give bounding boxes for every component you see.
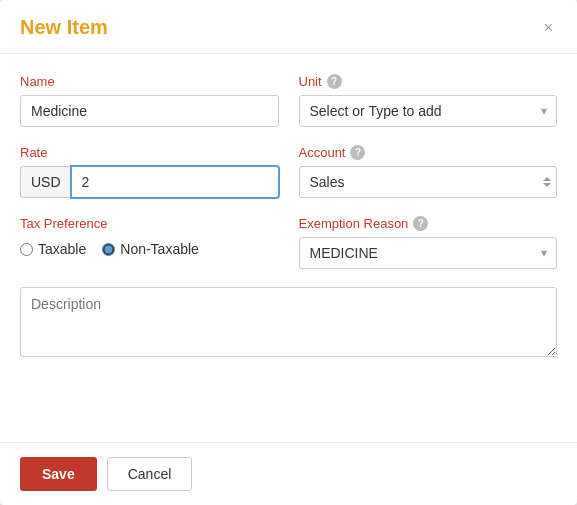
- name-label: Name: [20, 74, 279, 89]
- exemption-label: Exemption Reason: [299, 216, 409, 231]
- exemption-select-wrapper: MEDICINE ▾: [299, 237, 558, 269]
- rate-input[interactable]: [71, 166, 279, 198]
- modal-title-highlight: Item: [67, 16, 108, 38]
- group-exemption: Exemption Reason ? MEDICINE ▾: [299, 216, 558, 269]
- unit-select[interactable]: Select or Type to add: [299, 95, 558, 127]
- unit-label-group: Unit ?: [299, 74, 558, 89]
- row-tax-exemption: Tax Preference Taxable Non-Taxable Exemp…: [20, 216, 557, 269]
- group-tax: Tax Preference Taxable Non-Taxable: [20, 216, 279, 269]
- account-label: Account: [299, 145, 346, 160]
- nontaxable-radio-label[interactable]: Non-Taxable: [102, 241, 199, 257]
- row-description: [20, 287, 557, 357]
- exemption-select[interactable]: MEDICINE: [299, 237, 558, 269]
- group-description: [20, 287, 557, 357]
- taxable-label: Taxable: [38, 241, 86, 257]
- row-name-unit: Name Unit ? Select or Type to add ▾: [20, 74, 557, 127]
- rate-group: USD: [20, 166, 279, 198]
- modal-footer: Save Cancel: [0, 442, 577, 505]
- account-select-wrapper: Sales: [299, 166, 558, 198]
- exemption-label-group: Exemption Reason ?: [299, 216, 558, 231]
- save-button[interactable]: Save: [20, 457, 97, 491]
- modal-body: Name Unit ? Select or Type to add ▾ Rat: [0, 54, 577, 442]
- name-input[interactable]: [20, 95, 279, 127]
- rate-label: Rate: [20, 145, 279, 160]
- close-button[interactable]: ×: [540, 18, 557, 38]
- nontaxable-radio[interactable]: [102, 243, 115, 256]
- modal-title: New Item: [20, 16, 108, 39]
- exemption-help-icon[interactable]: ?: [413, 216, 428, 231]
- account-select[interactable]: Sales: [299, 166, 558, 198]
- taxable-radio[interactable]: [20, 243, 33, 256]
- unit-help-icon[interactable]: ?: [327, 74, 342, 89]
- cancel-button[interactable]: Cancel: [107, 457, 193, 491]
- group-unit: Unit ? Select or Type to add ▾: [299, 74, 558, 127]
- description-textarea[interactable]: [20, 287, 557, 357]
- group-account: Account ? Sales: [299, 145, 558, 198]
- tax-label: Tax Preference: [20, 216, 279, 231]
- modal-header: New Item ×: [0, 0, 577, 54]
- account-help-icon[interactable]: ?: [350, 145, 365, 160]
- account-label-group: Account ?: [299, 145, 558, 160]
- unit-label: Unit: [299, 74, 322, 89]
- tax-options: Taxable Non-Taxable: [20, 241, 279, 257]
- group-name: Name: [20, 74, 279, 127]
- modal-title-plain: New: [20, 16, 67, 38]
- row-rate-account: Rate USD Account ? Sales: [20, 145, 557, 198]
- group-rate: Rate USD: [20, 145, 279, 198]
- taxable-radio-label[interactable]: Taxable: [20, 241, 86, 257]
- new-item-modal: New Item × Name Unit ? Select or Type to…: [0, 0, 577, 505]
- unit-select-wrapper: Select or Type to add ▾: [299, 95, 558, 127]
- rate-currency: USD: [20, 166, 71, 198]
- nontaxable-label: Non-Taxable: [120, 241, 199, 257]
